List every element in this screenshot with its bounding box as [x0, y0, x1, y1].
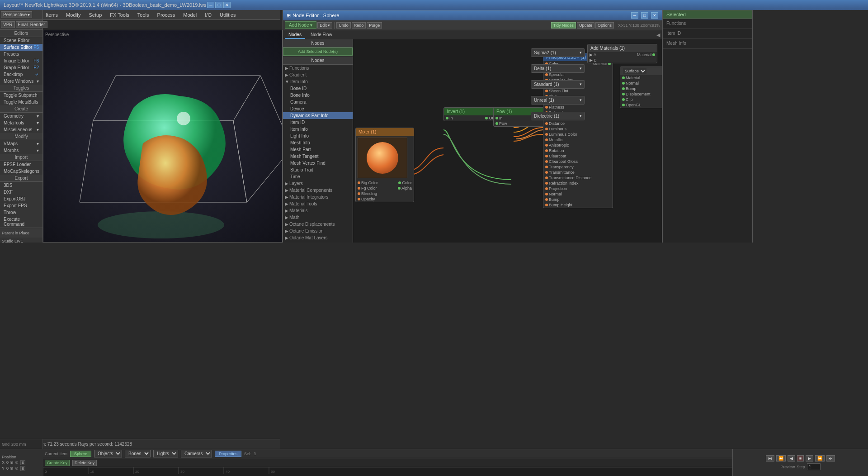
- objects-select[interactable]: Objects: [94, 450, 122, 457]
- purge-button[interactable]: Purge: [367, 22, 382, 29]
- menu-process[interactable]: Process: [154, 11, 179, 19]
- group-octane-displacements[interactable]: ▶ Octane Displacements: [283, 221, 353, 228]
- redo-button[interactable]: Redo: [352, 22, 366, 29]
- dielectric-node[interactable]: Dielectric (1) ▾: [531, 112, 585, 120]
- sidebar-3ds[interactable]: 3DS: [0, 182, 42, 189]
- vpr-dropdown[interactable]: VPR: [1, 21, 15, 28]
- render-dropdown[interactable]: Final_Render: [16, 21, 47, 28]
- x-key-icon[interactable]: ⊙: [15, 460, 19, 465]
- y-e-button[interactable]: E: [20, 466, 25, 471]
- sidebar-presets[interactable]: Presets: [0, 51, 42, 57]
- cameras-select[interactable]: Cameras: [181, 450, 212, 457]
- nodes-canvas[interactable]: Mixer (1) Big Color Color Fg Color Alpha: [353, 39, 662, 245]
- group-gradient[interactable]: ▶ Gradient: [283, 71, 353, 78]
- sidebar-dxf[interactable]: DXF: [0, 189, 42, 195]
- sidebar-morphs[interactable]: Morphs ▾: [0, 147, 42, 154]
- play-reverse-button[interactable]: ◀: [788, 455, 795, 462]
- undo-button[interactable]: Undo: [336, 22, 351, 29]
- sidebar-exporteps[interactable]: Export EPS: [0, 202, 42, 209]
- minimize-button[interactable]: ─: [207, 2, 214, 8]
- group-item-info[interactable]: ▼ Item Info: [283, 78, 353, 85]
- sidebar-scene-editor[interactable]: Scene Editor: [0, 37, 42, 44]
- list-bone-id[interactable]: Bone ID: [283, 85, 353, 92]
- sidebar-execute-command[interactable]: Execute Command: [0, 216, 42, 228]
- current-item-value[interactable]: Sphere: [70, 451, 91, 457]
- menu-model[interactable]: Model: [179, 11, 200, 19]
- create-key-button[interactable]: Create Key: [45, 460, 70, 466]
- menu-modify[interactable]: Modify: [62, 11, 84, 19]
- sidebar-miscellaneous[interactable]: Miscellaneous ▾: [0, 126, 42, 133]
- surface-output-node[interactable]: Surface Material Normal Bump Displacemen…: [620, 67, 662, 108]
- tidy-nodes-button[interactable]: Tidy Nodes: [551, 22, 576, 29]
- group-material-components[interactable]: ▶ Material Components: [283, 187, 353, 194]
- bones-select[interactable]: Bones: [125, 450, 151, 457]
- sidebar-throw[interactable]: Throw: [0, 209, 42, 216]
- sidebar-exportobj[interactable]: ExportOBJ: [0, 195, 42, 202]
- menu-utilities[interactable]: Utilities: [216, 11, 239, 19]
- x-e-button[interactable]: E: [20, 460, 25, 465]
- delta-node[interactable]: Delta (1) ▾: [531, 64, 585, 73]
- step-back-button[interactable]: ⏪: [776, 455, 786, 462]
- menu-tools[interactable]: Tools: [134, 11, 153, 19]
- y-key-icon[interactable]: ⊙: [15, 466, 19, 471]
- sigma2-node[interactable]: Sigma2 (1) ▾: [531, 48, 585, 57]
- sidebar-mocap[interactable]: MoCapSkelegons: [0, 168, 42, 175]
- sidebar-vmaps[interactable]: VMaps ▾: [0, 140, 42, 147]
- collapse-icon[interactable]: ◀: [656, 32, 660, 38]
- add-materials-node[interactable]: Add Materials (1) ▶ A Material ▶ B: [587, 44, 657, 63]
- standard-node[interactable]: Standard (1) ▾: [531, 80, 585, 89]
- list-mesh-vertex-find[interactable]: Mesh Vertex Find: [283, 160, 353, 167]
- menu-items[interactable]: Items: [42, 11, 61, 19]
- sidebar-epsf-loader[interactable]: EPSF Loader: [0, 161, 42, 168]
- group-material-tools[interactable]: ▶ Material Tools: [283, 200, 353, 207]
- invert-node[interactable]: Invert (1) In Out: [443, 107, 498, 121]
- mixer-node[interactable]: Mixer (1) Big Color Color Fg Color Alpha: [355, 128, 414, 202]
- node-editor-close[interactable]: ✕: [651, 12, 658, 19]
- menu-setup[interactable]: Setup: [85, 11, 106, 19]
- group-material-integrators[interactable]: ▶ Material Integrators: [283, 194, 353, 200]
- list-time[interactable]: Time: [283, 173, 353, 180]
- skip-start-button[interactable]: ⏮: [766, 455, 774, 462]
- sidebar-graph-editor[interactable]: Graph Editor F2: [0, 64, 42, 71]
- 3d-viewport[interactable]: Perspective: [43, 30, 283, 243]
- tab-node-flow[interactable]: Node Flow: [307, 31, 336, 39]
- timeline-track[interactable]: 0 10 20 30 40 50: [43, 467, 732, 476]
- menu-io[interactable]: I/O: [201, 11, 215, 19]
- group-layers[interactable]: ▶ Layers: [283, 180, 353, 187]
- node-editor-minimize[interactable]: ─: [631, 12, 638, 19]
- list-light-info[interactable]: Light Info: [283, 133, 353, 139]
- menu-fx-tools[interactable]: FX Tools: [106, 11, 133, 19]
- play-button[interactable]: ▶: [806, 455, 813, 462]
- add-selected-node-button[interactable]: Add Selected Node(s): [283, 48, 353, 56]
- properties-button[interactable]: Properties: [215, 451, 241, 457]
- view-dropdown[interactable]: Perspective ▾: [1, 11, 32, 18]
- close-button[interactable]: ✕: [223, 2, 231, 8]
- list-studio-trait[interactable]: Studio Trait: [283, 167, 353, 173]
- stop-button[interactable]: ■: [797, 455, 804, 462]
- maximize-button[interactable]: □: [215, 2, 222, 8]
- sidebar-backdrop[interactable]: Backdrop ↵: [0, 71, 42, 78]
- sidebar-geometry[interactable]: Geometry ▾: [0, 113, 42, 119]
- list-mesh-info[interactable]: Mesh Info: [283, 139, 353, 146]
- edit-button[interactable]: Edit ▾: [317, 22, 332, 29]
- list-camera[interactable]: Camera: [283, 99, 353, 105]
- list-item-info[interactable]: Item Info: [283, 126, 353, 133]
- sidebar-more-windows[interactable]: More Windows ▾: [0, 78, 42, 85]
- sidebar-image-editor[interactable]: Image Editor F6: [0, 57, 42, 64]
- update-button[interactable]: Update: [577, 22, 594, 29]
- sidebar-toggle-subpatch[interactable]: Toggle Subpatch: [0, 92, 42, 99]
- list-mesh-part[interactable]: Mesh Part: [283, 146, 353, 153]
- principled-bsdf-node[interactable]: Principled BSDF (1) ▾ Color Material Rou…: [543, 53, 613, 208]
- unreal-node[interactable]: Unreal (1) ▾: [531, 96, 585, 105]
- group-math[interactable]: ▶ Math: [283, 214, 353, 221]
- node-editor-maximize[interactable]: □: [641, 12, 648, 19]
- delete-key-button[interactable]: Delete Key: [72, 460, 97, 466]
- list-dynamics-part-info[interactable]: Dynamics Part Info: [283, 112, 353, 119]
- group-materials[interactable]: ▶ Materials: [283, 207, 353, 214]
- step-forward-button[interactable]: ⏩: [815, 455, 825, 462]
- skip-end-button[interactable]: ⏭: [826, 455, 835, 462]
- options-button[interactable]: Options: [595, 22, 614, 29]
- add-node-button[interactable]: Add Node ▾: [285, 21, 316, 29]
- list-bone-info[interactable]: Bone Info: [283, 92, 353, 99]
- sidebar-metatools[interactable]: MetaTools ▾: [0, 119, 42, 126]
